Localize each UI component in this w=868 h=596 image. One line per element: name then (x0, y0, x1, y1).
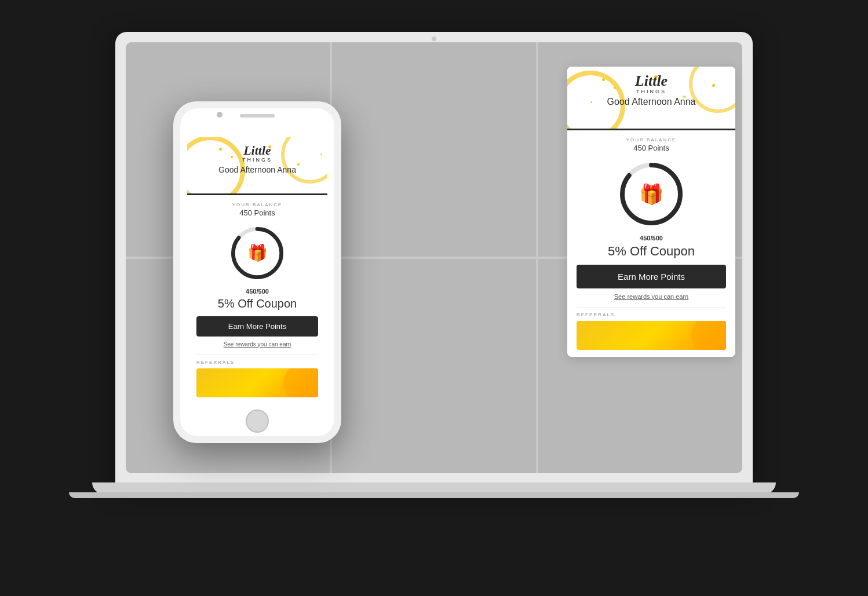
phone-see-rewards-link[interactable]: See rewards you can earn (196, 341, 318, 348)
desktop-balance-value: 450 Points (577, 144, 726, 152)
phone-card: Little THINGS Good Afternoon Anna YOUR B… (187, 137, 327, 398)
phone-balance-value: 450 Points (196, 209, 318, 217)
phone-earn-btn[interactable]: Earn More Points (196, 316, 318, 337)
desktop-progress-label: 450/500 (577, 235, 726, 242)
desktop-card-header: Little THINGS Good Afternoon Anna (567, 67, 735, 130)
desktop-greeting: Good Afternoon Anna (567, 97, 735, 107)
phone-progress-label: 450/500 (196, 288, 318, 295)
phone-coupon-label: 5% Off Coupon (196, 297, 318, 310)
scene: Little THINGS Good Afternoon Anna YOUR B… (57, 32, 811, 565)
phone-brand: Little THINGS (187, 137, 327, 163)
phone-screen: Little THINGS Good Afternoon Anna YOUR B… (187, 137, 327, 398)
phone-home-button[interactable] (246, 409, 269, 433)
desktop-see-rewards-link[interactable]: See rewards you can earn (577, 293, 726, 300)
gift-icon: 🎁 (639, 182, 663, 206)
phone-camera (217, 112, 223, 118)
brand-name-script: Little (567, 74, 735, 89)
phone-referrals-banner (196, 368, 318, 397)
phone-progress-ring: 🎁 (196, 224, 318, 282)
desktop-referrals-banner (577, 321, 726, 350)
laptop-bottom (69, 492, 799, 498)
desktop-card-body: YOUR BALANCE 450 Points 🎁 450/500 5% Off… (567, 130, 735, 357)
screen-cell-2 (332, 42, 536, 257)
laptop-camera (432, 36, 436, 41)
desktop-referrals-section: REFERRALS (577, 307, 726, 350)
brand-name-sub: THINGS (567, 89, 735, 94)
desktop-balance-label: YOUR BALANCE (577, 137, 726, 142)
phone-brand-script: Little (187, 144, 327, 157)
desktop-app-panel: Little THINGS Good Afternoon Anna YOUR B… (567, 67, 735, 357)
phone-card-header: Little THINGS Good Afternoon Anna (187, 137, 327, 195)
phone-balance-label: YOUR BALANCE (196, 202, 318, 207)
screen-cell-5 (332, 259, 536, 473)
phone-referrals-section: REFERRALS (196, 354, 318, 397)
desktop-referrals-label: REFERRALS (577, 312, 726, 317)
referrals-banner-circle (691, 321, 726, 350)
phone-brand-sub: THINGS (187, 157, 327, 163)
phone-speaker (240, 114, 275, 118)
desktop-coupon-label: 5% Off Coupon (577, 244, 726, 259)
phone-inner: Little THINGS Good Afternoon Anna YOUR B… (180, 108, 334, 436)
desktop-card: Little THINGS Good Afternoon Anna YOUR B… (567, 67, 735, 357)
phone-referrals-circle (283, 368, 318, 397)
phone-gift-icon: 🎁 (247, 243, 268, 262)
desktop-earn-btn[interactable]: Earn More Points (577, 265, 726, 288)
desktop-brand: Little THINGS (567, 67, 735, 94)
phone-greeting: Good Afternoon Anna (187, 165, 327, 174)
desktop-progress-ring: 🎁 (577, 159, 726, 229)
phone-device: Little THINGS Good Afternoon Anna YOUR B… (173, 101, 341, 443)
phone-referrals-label: REFERRALS (196, 360, 318, 365)
phone-card-body: YOUR BALANCE 450 Points 🎁 450/500 5% Off… (187, 195, 327, 398)
